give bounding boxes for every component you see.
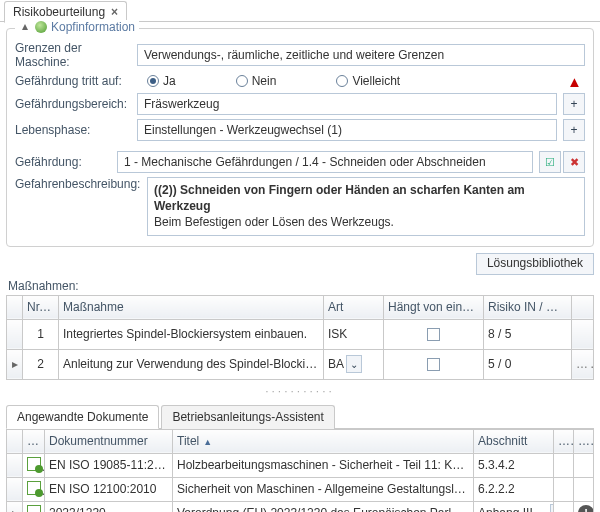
- cell-nr: 1: [23, 319, 59, 349]
- row-marker: ▸: [7, 501, 23, 512]
- cell-abschnitt[interactable]: 6.2.2.2: [474, 477, 554, 501]
- row-marker: [7, 319, 23, 349]
- col-nr[interactable]: Nr. ▲: [23, 295, 59, 319]
- radio-ja[interactable]: Ja: [147, 74, 176, 88]
- field-bereich[interactable]: Fräswerkzeug: [137, 93, 557, 115]
- cell-trail2[interactable]: [574, 477, 594, 501]
- doc-tabs: Angewandte Dokumente Betriebsanleitungs-…: [6, 404, 594, 429]
- label-grenzen: Grenzen der Maschine:: [15, 41, 131, 69]
- row-more-button[interactable]: …: [558, 506, 574, 512]
- field-gef[interactable]: 1 - Mechanische Gefährdungen / 1.4 - Sch…: [117, 151, 533, 173]
- document-icon: [27, 457, 41, 471]
- cell-trail1[interactable]: [554, 477, 574, 501]
- table-row[interactable]: 1Integriertes Spindel-Blockiersystem ein…: [7, 319, 594, 349]
- col-doknr[interactable]: Dokumentnummer: [45, 429, 173, 453]
- dokumente-table: … Dokumentnummer Titel▲ Abschnitt … … EN…: [6, 429, 594, 512]
- splitter-dots-icon[interactable]: ···········: [0, 384, 600, 398]
- label-lebensphase: Lebensphase:: [15, 123, 131, 137]
- cell-titel[interactable]: Sicherheit von Maschinen - Allgemeine Ge…: [173, 477, 474, 501]
- tab-angewandte-dokumente[interactable]: Angewandte Dokumente: [6, 405, 159, 429]
- radio-nein[interactable]: Nein: [236, 74, 277, 88]
- cell-trail2[interactable]: !: [574, 501, 594, 512]
- label-tritt: Gefährdung tritt auf:: [15, 74, 131, 88]
- label-massnahmen: Maßnahmen:: [8, 279, 592, 293]
- label-gef: Gefährdung:: [15, 155, 111, 169]
- row-marker: [7, 477, 23, 501]
- group-legend: ▴ Kopfinformation: [15, 20, 139, 34]
- checkbox-icon: [427, 328, 440, 341]
- label-gefbes: Gefahrenbeschreibung:: [15, 177, 141, 191]
- table-row[interactable]: EN ISO 19085-11:2020Holzbearbeitungsmasc…: [7, 453, 594, 477]
- close-icon[interactable]: ×: [111, 5, 118, 19]
- massnahmen-table: Nr. ▲ Maßnahme Art Hängt von einer… Risi…: [6, 295, 594, 380]
- table-row[interactable]: ▸2Anleitung zur Verwendung des Spindel-B…: [7, 349, 594, 379]
- cell-risiko: 5 / 0: [484, 349, 572, 379]
- field-grenzen[interactable]: Verwendungs-, räumliche, zeitliche und w…: [137, 44, 585, 66]
- row-more-button[interactable]: …: [576, 357, 594, 371]
- cell-trail[interactable]: …: [572, 349, 594, 379]
- doc-delete-button[interactable]: ✖: [563, 151, 585, 173]
- cell-abschnitt[interactable]: 5.3.4.2: [474, 453, 554, 477]
- cell-haengt[interactable]: [384, 319, 484, 349]
- col-extra1: …: [554, 429, 574, 453]
- doc-check-button[interactable]: ☑: [539, 151, 561, 173]
- table-row[interactable]: ▸2023/1230Verordnung (EU) 2023/1230 des …: [7, 501, 594, 512]
- row-marker: ▸: [7, 349, 23, 379]
- tab-betriebsanleitungs-assistent[interactable]: Betriebsanleitungs-Assistent: [161, 405, 334, 429]
- desc-line2: Beim Befestigen oder Lösen des Werkzeugs…: [154, 214, 578, 230]
- cell-trail[interactable]: [572, 319, 594, 349]
- document-icon: [27, 505, 41, 512]
- col-icon: …: [23, 429, 45, 453]
- cell-doknr[interactable]: EN ISO 19085-11:2020: [45, 453, 173, 477]
- field-lebensphase[interactable]: Einstellungen - Werkzeugwechsel (1): [137, 119, 557, 141]
- add-lebensphase-button[interactable]: +: [563, 119, 585, 141]
- cell-icon: [23, 501, 45, 512]
- loesungsbibliothek-button[interactable]: Lösungsbibliothek: [476, 253, 594, 275]
- col-handle: [7, 429, 23, 453]
- cell-doknr[interactable]: EN ISO 12100:2010: [45, 477, 173, 501]
- cell-trail1[interactable]: [554, 453, 574, 477]
- desc-line1: ((2)) Schneiden von Fingern oder Händen …: [154, 182, 578, 214]
- col-risiko[interactable]: Risiko IN / OUT: [484, 295, 572, 319]
- table-row[interactable]: EN ISO 12100:2010Sicherheit von Maschine…: [7, 477, 594, 501]
- col-art[interactable]: Art: [324, 295, 384, 319]
- radio-group-tritt: Ja Nein Vielleicht: [137, 74, 561, 88]
- chevron-down-icon[interactable]: ⌄: [346, 355, 362, 373]
- hazard-description[interactable]: ((2)) Schneiden von Fingern oder Händen …: [147, 177, 585, 236]
- cell-icon: [23, 453, 45, 477]
- alert-icon[interactable]: !: [578, 505, 594, 512]
- col-extra2: …: [574, 429, 594, 453]
- radio-dot-icon: [147, 75, 159, 87]
- cell-titel[interactable]: Verordnung (EU) 2023/1230 des Europäisch…: [173, 501, 474, 512]
- cell-trail1[interactable]: …: [554, 501, 574, 512]
- cell-abschnitt[interactable]: Anhang III,…⌄: [474, 501, 554, 512]
- add-bereich-button[interactable]: +: [563, 93, 585, 115]
- cell-titel[interactable]: Holzbearbeitungsmaschinen - Sicherheit -…: [173, 453, 474, 477]
- col-titel[interactable]: Titel▲: [173, 429, 474, 453]
- col-trail: [572, 295, 594, 319]
- cell-art[interactable]: ISK: [324, 319, 384, 349]
- col-abschnitt[interactable]: Abschnitt: [474, 429, 554, 453]
- chevron-down-icon[interactable]: ⌄: [550, 504, 553, 512]
- cell-art[interactable]: BA⌄: [324, 349, 384, 379]
- label-bereich: Gefährdungsbereich:: [15, 97, 131, 111]
- checkbox-icon: [427, 358, 440, 371]
- row-marker: [7, 453, 23, 477]
- cell-trail2[interactable]: [574, 453, 594, 477]
- cell-haengt[interactable]: [384, 349, 484, 379]
- cell-doknr[interactable]: 2023/1230: [45, 501, 173, 512]
- radio-dot-icon: [236, 75, 248, 87]
- cell-massnahme[interactable]: Anleitung zur Verwendung des Spindel-Blo…: [59, 349, 324, 379]
- radio-dot-icon: [336, 75, 348, 87]
- cell-icon: [23, 477, 45, 501]
- globe-icon: [35, 21, 47, 33]
- radio-vielleicht[interactable]: Vielleicht: [336, 74, 400, 88]
- cell-massnahme[interactable]: Integriertes Spindel-Blockiersystem einb…: [59, 319, 324, 349]
- collapse-icon[interactable]: ▴: [19, 21, 31, 33]
- tab-strip: Risikobeurteilung ×: [0, 0, 600, 22]
- warning-icon: ▲: [567, 73, 585, 89]
- col-massnahme[interactable]: Maßnahme: [59, 295, 324, 319]
- col-haengt[interactable]: Hängt von einer…: [384, 295, 484, 319]
- tab-title: Risikobeurteilung: [13, 5, 105, 19]
- cell-nr: 2: [23, 349, 59, 379]
